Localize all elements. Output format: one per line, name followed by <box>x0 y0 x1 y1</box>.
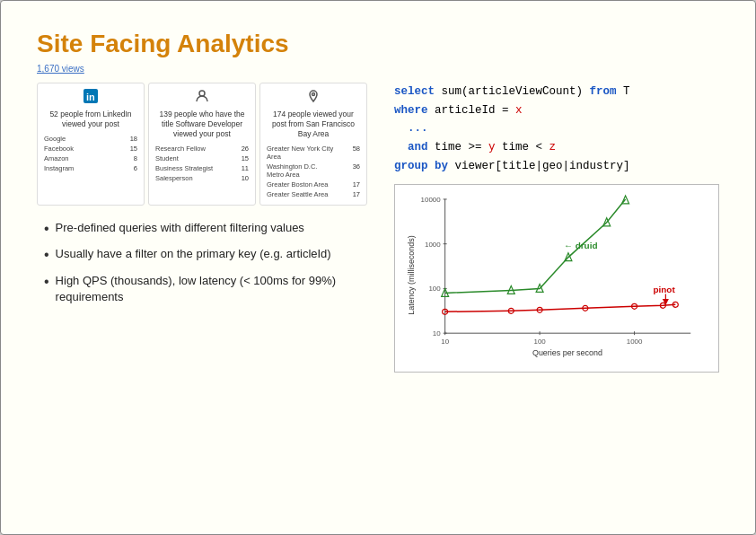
bullets: • Pre-defined queries with different fil… <box>37 220 378 306</box>
card-row: Facebook15 <box>44 144 137 153</box>
slide: Site Facing Analytics 1,670 views in 52 … <box>0 0 756 535</box>
svg-text:1000: 1000 <box>627 338 643 346</box>
svg-text:← druid: ← druid <box>564 241 598 250</box>
card-row: Greater Boston Area17 <box>267 180 360 189</box>
card-row: Greater New York City Area58 <box>267 144 360 162</box>
views-label: 1,670 views <box>37 64 719 74</box>
bullet-dot: • <box>44 273 49 307</box>
bullet-dot: • <box>44 246 49 263</box>
bullet-1: • Pre-defined queries with different fil… <box>44 220 378 237</box>
bullet-2-text: Usually have a filter on the primary key… <box>56 246 331 263</box>
svg-text:1000: 1000 <box>425 241 441 249</box>
bullet-3-text: High QPS (thousands), low latency (< 100… <box>56 273 378 307</box>
sql-line-1: select sum(articleViewCount) from T <box>394 83 719 101</box>
location-card-title: 174 people viewed your post from San Fra… <box>267 110 360 139</box>
card-row: Amazon8 <box>44 153 137 163</box>
sql-line-5: group by viewer[title|geo|industry] <box>394 157 719 176</box>
content-row: in 52 people from LinkedIn viewed your p… <box>37 83 719 373</box>
sql-line-3: ... <box>394 119 719 138</box>
svg-point-3 <box>312 93 315 96</box>
bullet-dot: • <box>44 220 49 237</box>
svg-text:100: 100 <box>428 285 441 294</box>
card-row: Student15 <box>155 153 249 163</box>
title-card: 139 people who have the title Software D… <box>148 83 256 206</box>
latency-chart: Latency (milliseconds) Queries per secon… <box>402 190 711 364</box>
chart-container: Latency (milliseconds) Queries per secon… <box>394 184 719 373</box>
bullet-2: • Usually have a filter on the primary k… <box>44 246 378 263</box>
card-row: Google18 <box>44 134 137 144</box>
bullet-1-text: Pre-defined queries with different filte… <box>56 220 304 237</box>
slide-title: Site Facing Analytics <box>37 30 719 58</box>
card-row: Instagram6 <box>44 163 137 173</box>
svg-text:10: 10 <box>433 329 441 338</box>
linkedin-card-title: 52 people from LinkedIn viewed your post <box>44 110 137 129</box>
card-row: Washington D.C. Metro Area36 <box>267 162 360 180</box>
left-panel: in 52 people from LinkedIn viewed your p… <box>37 83 378 373</box>
svg-text:10000: 10000 <box>421 196 442 204</box>
svg-text:Queries per second: Queries per second <box>532 348 602 357</box>
location-icon <box>267 89 360 106</box>
card-row: Salesperson10 <box>155 173 249 183</box>
svg-text:in: in <box>86 92 95 102</box>
svg-text:Latency (milliseconds): Latency (milliseconds) <box>407 235 416 314</box>
svg-text:100: 100 <box>533 338 546 346</box>
svg-text:10: 10 <box>441 338 449 346</box>
svg-point-2 <box>199 91 205 96</box>
sql-block: select sum(articleViewCount) from T wher… <box>394 83 719 175</box>
linkedin-card: in 52 people from LinkedIn viewed your p… <box>37 83 145 206</box>
location-card: 174 people viewed your post from San Fra… <box>259 83 367 206</box>
analytics-cards: in 52 people from LinkedIn viewed your p… <box>37 83 378 206</box>
card-row: Greater Seattle Area17 <box>267 189 360 199</box>
bullet-3: • High QPS (thousands), low latency (< 1… <box>44 273 378 307</box>
card-row: Research Fellow26 <box>155 144 249 153</box>
title-card-title: 139 people who have the title Software D… <box>155 110 249 139</box>
sql-line-2: where articleId = x <box>394 101 719 120</box>
sql-line-4: and time >= y time < z <box>394 138 719 157</box>
person-icon <box>155 89 249 106</box>
svg-text:pinot: pinot <box>653 285 675 295</box>
right-panel: select sum(articleViewCount) from T wher… <box>394 83 719 373</box>
linkedin-icon: in <box>44 89 137 106</box>
card-row: Business Strategist11 <box>155 163 249 173</box>
